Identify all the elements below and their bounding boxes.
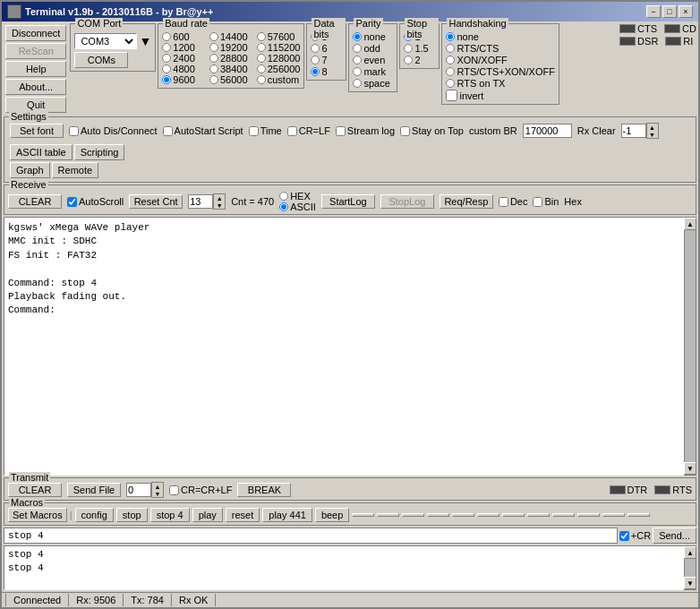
macro-15[interactable] <box>527 513 550 517</box>
bin-check[interactable]: Bin <box>533 196 559 207</box>
cr-lf-check[interactable]: CR=LF <box>287 125 330 136</box>
macro-14[interactable] <box>502 513 525 517</box>
rx-clear-up[interactable]: ▲ <box>647 124 658 131</box>
command-input[interactable] <box>4 528 617 543</box>
baud-19200[interactable]: 19200 <box>209 42 253 53</box>
parity-space[interactable]: space <box>353 78 393 89</box>
macro-9[interactable] <box>377 513 399 517</box>
transmit-clear-button[interactable]: CLEAR <box>8 483 62 497</box>
baud-128000[interactable]: 128000 <box>257 53 301 64</box>
macro-10[interactable] <box>402 513 424 517</box>
autoscroll-check[interactable]: AutoScroll <box>67 196 124 207</box>
transmit-spin-down[interactable]: ▼ <box>152 490 163 497</box>
baud-256000[interactable]: 256000 <box>257 64 301 74</box>
cnt-up[interactable]: ▲ <box>214 194 225 202</box>
stopbits-1-5[interactable]: 1.5 <box>404 43 435 54</box>
terminal-scrollbar[interactable]: ▲ ▼ <box>684 217 696 476</box>
macro-stop[interactable]: stop <box>116 508 148 522</box>
databits-8[interactable]: 8 <box>311 66 342 77</box>
baud-56000[interactable]: 56000 <box>209 74 253 85</box>
rx-clear-down[interactable]: ▼ <box>647 131 658 138</box>
auto-dis-connect-check[interactable]: Auto Dis/Connect <box>69 125 158 136</box>
stream-log-check[interactable]: Stream log <box>336 125 395 136</box>
ascii-table-button[interactable]: ASCII table <box>10 144 73 160</box>
req-resp-button[interactable]: Req/Resp <box>440 194 493 209</box>
baud-600[interactable]: 600 <box>162 31 206 42</box>
macro-play[interactable]: play <box>192 508 223 522</box>
history-scroll-track[interactable] <box>685 559 696 577</box>
macro-stop4[interactable]: stop 4 <box>150 508 190 522</box>
macro-18[interactable] <box>602 513 625 517</box>
stop-log-button[interactable]: StopLog <box>380 194 434 209</box>
history-scroll-down[interactable]: ▼ <box>684 577 696 589</box>
hex-radio[interactable]: HEX <box>279 191 316 202</box>
baud-14400[interactable]: 14400 <box>209 31 253 42</box>
autostart-script-check[interactable]: AutoStart Script <box>163 125 243 136</box>
parity-mark[interactable]: mark <box>353 66 393 77</box>
baud-38400[interactable]: 38400 <box>209 64 253 74</box>
macro-beep[interactable]: beep <box>315 508 349 522</box>
databits-6[interactable]: 6 <box>311 43 342 54</box>
com-dropdown-arrow[interactable]: ▼ <box>139 34 151 48</box>
close-button[interactable]: × <box>679 5 693 18</box>
macro-12[interactable] <box>452 513 474 517</box>
scroll-track[interactable] <box>685 230 696 462</box>
help-button[interactable]: Help <box>5 61 66 77</box>
send-button[interactable]: Send... <box>653 528 696 544</box>
baud-1200[interactable]: 1200 <box>162 42 206 53</box>
rx-clear-input[interactable] <box>621 124 646 138</box>
databits-7[interactable]: 7 <box>311 55 342 65</box>
ascii-radio[interactable]: ASCII <box>279 202 316 212</box>
start-log-button[interactable]: StartLog <box>321 194 375 209</box>
baud-28800[interactable]: 28800 <box>209 53 253 64</box>
parity-even[interactable]: even <box>353 55 393 65</box>
hs-rtscts[interactable]: RTS/CTS <box>446 43 555 54</box>
transmit-spin-up[interactable]: ▲ <box>152 483 163 490</box>
receive-clear-button[interactable]: CLEAR <box>8 194 62 209</box>
hs-rtscts-xon[interactable]: RTS/CTS+XON/XOFF <box>446 66 555 77</box>
hs-xon[interactable]: XON/XOFF <box>446 55 555 65</box>
parity-none[interactable]: none <box>353 31 393 42</box>
scroll-up-arrow[interactable]: ▲ <box>684 218 696 230</box>
macro-config[interactable]: config <box>75 508 114 522</box>
scripting-button[interactable]: Scripting <box>74 144 125 160</box>
maximize-button[interactable]: □ <box>662 5 677 18</box>
stay-on-top-check[interactable]: Stay on Top <box>400 125 464 136</box>
hs-none[interactable]: none <box>446 31 555 42</box>
baud-115200[interactable]: 115200 <box>257 42 301 53</box>
macro-11[interactable] <box>427 513 449 517</box>
remote-button[interactable]: Remote <box>52 162 99 178</box>
macro-17[interactable] <box>577 513 600 517</box>
com-port-select[interactable]: COM3 <box>74 33 137 49</box>
cnt-input[interactable] <box>188 194 213 209</box>
cr-check[interactable]: +CR <box>619 530 651 541</box>
stopbits-2[interactable]: 2 <box>404 55 435 65</box>
dec-check[interactable]: Dec <box>499 196 528 207</box>
macro-play441[interactable]: play 441 <box>262 508 312 522</box>
hs-invert[interactable]: invert <box>446 90 555 101</box>
baud-9600[interactable]: 9600 <box>162 74 206 85</box>
cnt-down[interactable]: ▼ <box>214 202 225 209</box>
macro-8[interactable] <box>352 513 374 517</box>
macro-19[interactable] <box>627 513 650 517</box>
macro-reset[interactable]: reset <box>226 508 260 522</box>
minimize-button[interactable]: − <box>646 5 661 18</box>
baud-2400[interactable]: 2400 <box>162 53 206 64</box>
send-file-button[interactable]: Send File <box>67 483 121 497</box>
history-scroll-up[interactable]: ▲ <box>684 546 696 559</box>
baud-57600[interactable]: 57600 <box>257 31 301 42</box>
macro-16[interactable] <box>552 513 575 517</box>
rescan-button[interactable]: ReScan <box>5 43 66 59</box>
graph-button[interactable]: Graph <box>10 162 50 178</box>
set-font-button[interactable]: Set font <box>10 124 64 138</box>
disconnect-button[interactable]: Disconnect <box>5 25 66 41</box>
reset-cnt-button[interactable]: Reset Cnt <box>129 194 183 209</box>
coms-button[interactable]: COMs <box>74 52 128 68</box>
about-button[interactable]: About... <box>5 79 66 95</box>
baud-custom[interactable]: custom <box>257 74 301 85</box>
set-macros-button[interactable]: Set Macros <box>8 508 67 522</box>
break-button[interactable]: BREAK <box>237 483 291 497</box>
history-scrollbar[interactable]: ▲ ▼ <box>684 545 696 590</box>
parity-odd[interactable]: odd <box>353 43 393 54</box>
macro-13[interactable] <box>477 513 499 517</box>
